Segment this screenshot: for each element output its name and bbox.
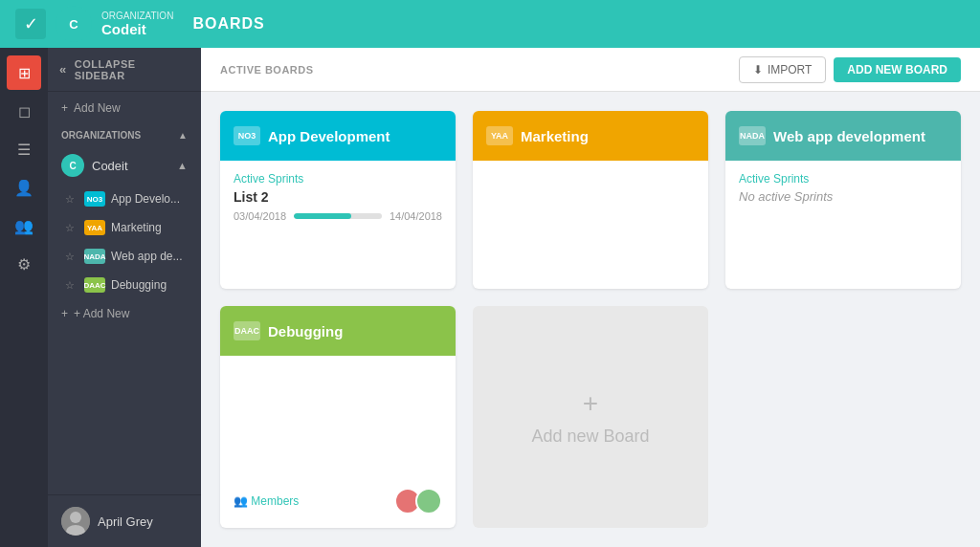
app-dev-sprint-name: List 2 [234,189,442,205]
app-dev-title: App Development [268,128,390,144]
debugging-badge: DAAC [234,321,260,340]
collapse-sidebar-label: COLLAPSE SIDEBAR [75,58,189,81]
star-icon: ☆ [65,193,75,206]
main-layout: ⊞ ◻ ☰ 👤 👥 ⚙ « COLLAPSE SIDEBAR + Add New… [0,48,980,547]
marketing-header: YAA Marketing [473,111,708,161]
add-board-button[interactable]: + + Add New [48,299,201,328]
content-area: ACTIVE BOARDS ⬇ IMPORT ADD NEW BOARD NO3… [201,48,980,547]
chevron-left-icon: « [59,62,67,77]
debugging-header: DAAC Debugging [220,306,456,356]
webapp-label: Web app de... [111,250,183,263]
import-button[interactable]: ⬇ IMPORT [739,56,826,83]
webapp-no-sprint: No active Sprints [739,189,947,204]
add-new-board-card[interactable]: + Add new Board [473,306,708,528]
section-title: ACTIVE BOARDS [220,64,739,76]
codeit-avatar: C [61,154,84,177]
add-board-plus-icon: + [583,388,598,419]
plus-icon: + [61,307,68,320]
star-icon: ☆ [65,279,75,292]
debugging-badge: DAAC [84,277,105,293]
settings-icon[interactable]: ⚙ [7,247,41,281]
app-dev-progress-fill [294,213,351,219]
app-dev-date-end: 14/04/2018 [390,210,442,222]
sidebar-item-debugging[interactable]: ☆ DAAC Debugging [48,271,201,299]
star-icon: ☆ [65,251,75,263]
avatar [415,488,442,514]
board-card-app-development: NO3 App Development Active Sprints List … [220,111,456,289]
sidebar-footer: April Grey [48,494,201,547]
board-card-marketing: YAA Marketing 👥 Members [473,111,708,289]
app-dev-progress-bar [294,213,382,219]
org-label: Organization [101,11,173,21]
app-dev-header: NO3 App Development [220,111,456,161]
add-new-button[interactable]: + Add New [48,92,201,124]
collapse-org-icon: ▲ [177,160,188,171]
app-dev-sprint-label: Active Sprints [234,172,442,186]
marketing-badge: YAA [84,220,105,235]
org-name: Codeit [101,21,173,37]
topbar: ✓ C Organization Codeit BOARDS [0,0,980,48]
sidebar-item-marketing[interactable]: ☆ YAA Marketing [48,213,201,242]
list-icon[interactable]: ☰ [7,132,41,166]
page-title: BOARDS [192,15,264,33]
import-label: IMPORT [768,63,812,77]
org-logo: C [56,6,92,42]
user-avatar [61,507,90,536]
webapp-title: Web app development [773,128,925,144]
debugging-avatars [394,488,442,514]
check-icon: ✓ [15,9,46,39]
add-new-label: Add New [74,101,121,115]
organizations-header: ORGANIZATIONS ▲ [48,124,201,146]
add-board-text: Add new Board [531,427,649,447]
app-dev-progress: 03/04/2018 14/04/2018 [234,210,442,222]
box-icon[interactable]: ◻ [7,94,41,128]
app-dev-footer: 👥 Members [220,285,456,289]
icon-rail: ⊞ ◻ ☰ 👤 👥 ⚙ [0,48,48,547]
svg-point-1 [70,512,81,523]
webapp-header: NADA Web app development [725,111,961,161]
debugging-members-label: 👥 Members [234,494,299,508]
webapp-badge: NADA [739,126,766,145]
header-actions: ⬇ IMPORT ADD NEW BOARD [739,56,961,83]
debugging-label: Debugging [111,278,167,292]
organizations-label: ORGANIZATIONS [61,130,141,141]
marketing-badge: YAA [486,126,513,145]
board-card-debugging: DAAC Debugging 👥 Members [220,306,456,528]
person-icon[interactable]: 👤 [7,170,41,205]
add-board-label: + Add New [74,307,129,320]
sidebar-item-webapp[interactable]: ☆ NADA Web app de... [48,242,201,271]
content-header: ACTIVE BOARDS ⬇ IMPORT ADD NEW BOARD [201,48,980,92]
boards-icon[interactable]: ⊞ [7,55,41,90]
collapse-sidebar-button[interactable]: « COLLAPSE SIDEBAR [48,48,201,92]
webapp-sprint-label: Active Sprints [739,172,947,186]
sidebar: « COLLAPSE SIDEBAR + Add New ORGANIZATIO… [48,48,201,547]
marketing-title: Marketing [521,128,589,144]
app-dev-badge: NO3 [84,191,105,207]
sidebar-item-app-dev[interactable]: ☆ NO3 App Develo... [48,185,201,213]
marketing-label: Marketing [111,221,162,234]
codeit-name: Codeit [92,159,128,173]
boards-grid: NO3 App Development Active Sprints List … [201,92,980,547]
add-new-board-button[interactable]: ADD NEW BOARD [834,57,961,82]
chevron-up-icon: ▲ [178,130,188,141]
codeit-org-item[interactable]: C Codeit ▲ [48,146,201,185]
star-icon: ☆ [65,222,75,234]
debugging-footer: 👥 Members [220,480,456,528]
app-dev-label: App Develo... [111,192,180,206]
debugging-body [220,356,456,480]
app-dev-body: Active Sprints List 2 03/04/2018 14/04/2… [220,161,456,285]
import-icon: ⬇ [753,63,763,77]
debugging-title: Debugging [268,323,343,339]
marketing-footer: 👥 Members [473,285,708,289]
org-info: Organization Codeit [101,11,173,37]
plus-icon: + [61,101,68,115]
app-dev-date-start: 03/04/2018 [234,210,286,222]
webapp-footer: 👥 Members [725,285,961,289]
webapp-badge: NADA [84,249,105,264]
webapp-body: Active Sprints No active Sprints [725,161,961,285]
people-icon[interactable]: 👥 [7,208,41,243]
user-name: April Grey [98,514,153,529]
board-card-webapp: NADA Web app development Active Sprints … [725,111,961,289]
app-dev-badge: NO3 [234,126,260,145]
marketing-body [473,161,708,285]
